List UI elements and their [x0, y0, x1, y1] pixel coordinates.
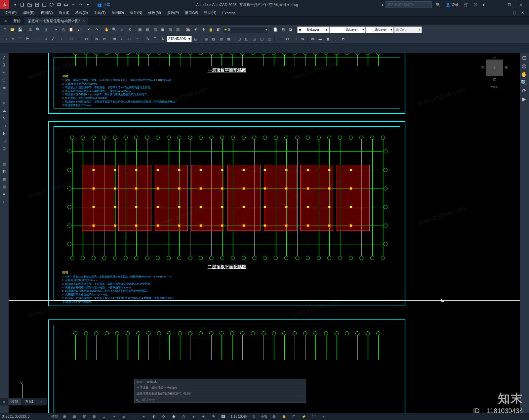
publish-icon[interactable]: ⎙	[42, 26, 49, 33]
dimstyle-mgr-icon[interactable]: ▤	[192, 35, 199, 43]
qat-print-icon[interactable]	[63, 1, 69, 8]
dim-edit-icon[interactable]: ✎	[144, 35, 151, 43]
t14-icon[interactable]: ▭	[309, 35, 316, 43]
cycling-icon[interactable]: ⟳	[160, 414, 167, 420]
layer-prev-icon[interactable]: ◪	[287, 26, 294, 33]
spline-icon[interactable]: ∿	[0, 114, 8, 122]
t8-icon[interactable]: ◲	[258, 35, 265, 43]
lock-ui-icon[interactable]: 🔒	[280, 414, 288, 420]
qat-web-icon[interactable]	[48, 1, 55, 8]
layer-dropdown[interactable]: ☀ 0 ▾	[223, 26, 269, 33]
tool-palettes-icon[interactable]: ▥	[151, 26, 159, 33]
3dosnap-icon[interactable]: ⬢	[170, 414, 177, 420]
t11-icon[interactable]: ⊟	[284, 35, 291, 43]
paste-icon[interactable]: 📋	[67, 26, 75, 33]
layout-model-tab[interactable]: 模型	[8, 399, 21, 405]
center-mark-icon[interactable]: ⊙	[118, 35, 126, 43]
properties-icon[interactable]: ▦	[136, 26, 143, 33]
menu-insert[interactable]: 插入(I)	[56, 10, 72, 16]
match-icon[interactable]: 🖌	[75, 26, 82, 33]
gizmo-icon[interactable]: ✦	[200, 414, 207, 420]
menu-express[interactable]: Express	[220, 10, 238, 16]
dim-jog-icon[interactable]: ⌇	[57, 35, 64, 43]
layer-freeze-icon[interactable]: ❄	[200, 26, 207, 33]
nav-showmotion-icon[interactable]: ▶	[520, 95, 528, 103]
polyline-icon[interactable]: 〰	[0, 69, 8, 76]
sub-close-icon[interactable]: ✕	[519, 11, 526, 15]
qat-new-icon[interactable]	[19, 1, 26, 8]
layer-sun-icon[interactable]: ☀	[192, 26, 199, 33]
revcloud-icon[interactable]: ☁	[0, 107, 8, 114]
qat-redo-icon[interactable]: ↷	[77, 1, 84, 8]
new-icon[interactable]: 🗋	[1, 26, 9, 33]
menu-parametric[interactable]: 参数(P)	[164, 10, 182, 16]
t1-icon[interactable]: ▦	[202, 35, 210, 43]
app-logo[interactable]: A	[0, 0, 9, 9]
jog-linear-icon[interactable]: ⌁	[134, 35, 141, 43]
dim-baseline-icon[interactable]: ⊞	[75, 35, 82, 43]
anno-scale-icon[interactable]: 🅰	[220, 414, 227, 420]
linetype-dropdown[interactable]: ——— ByLayer▾	[329, 26, 366, 33]
make-block-icon[interactable]: ⊡	[0, 145, 8, 152]
command-input[interactable]	[142, 398, 305, 401]
circle-icon[interactable]: ○	[0, 99, 8, 106]
tab-close-icon[interactable]: ✕	[82, 19, 85, 23]
preview-icon[interactable]: 🔍	[34, 26, 42, 33]
transparency-icon[interactable]: ◧	[150, 414, 157, 420]
menu-format[interactable]: 格式(O)	[73, 10, 91, 16]
tab-document-active[interactable]: 某底框一托五层住宅结构设计图* ✕	[24, 17, 88, 25]
inspect-icon[interactable]: ⬭	[126, 35, 133, 43]
sheet-set-icon[interactable]: ▣	[159, 26, 166, 33]
annotation-icon[interactable]: 👁	[210, 414, 217, 420]
decimal-button[interactable]: 小数	[261, 414, 268, 420]
t13-icon[interactable]: ⊠	[299, 35, 306, 43]
minimize-button[interactable]: —	[493, 0, 504, 9]
help-icon[interactable]: ▾	[481, 2, 486, 8]
zoom-level[interactable]: 1:1 / 100%	[229, 415, 248, 418]
qat-saveas-icon[interactable]	[41, 1, 48, 8]
dim-radius-icon[interactable]: ◠	[34, 35, 42, 43]
share-button[interactable]: 👥 共享	[95, 2, 112, 7]
menu-dimension[interactable]: 标注(N)	[127, 10, 145, 16]
xline-icon[interactable]: ╳	[0, 61, 8, 68]
t17-icon[interactable]: ▯	[332, 35, 339, 43]
dim-angular-icon[interactable]: ∠	[50, 35, 57, 43]
t15-icon[interactable]: ▬	[317, 35, 324, 43]
hardware-accel-icon[interactable]: ⚡	[300, 414, 307, 420]
qat-save-icon[interactable]	[34, 1, 40, 8]
region-icon[interactable]: ▦	[0, 175, 8, 183]
isolate-icon[interactable]: ◰	[290, 414, 298, 420]
mtext-icon[interactable]: A	[0, 190, 8, 198]
qat-dropdown-icon[interactable]: ▾	[85, 1, 91, 8]
dim-ordinate-icon[interactable]: ⊢	[24, 35, 31, 43]
cut-icon[interactable]: ✂	[52, 26, 60, 33]
redo-icon[interactable]: ↷	[93, 26, 100, 33]
model-space-button[interactable]: 模型	[51, 414, 58, 420]
dim-tedit-icon[interactable]: ℸ	[151, 35, 159, 43]
clean-screen-icon[interactable]: ⛶	[310, 414, 317, 420]
nav-zoom-icon[interactable]: 🔍	[520, 78, 528, 86]
gear-icon[interactable]: ⚙	[251, 414, 258, 420]
t5-icon[interactable]: ◫	[235, 35, 243, 43]
menu-modify[interactable]: 修改(M)	[145, 10, 164, 16]
menu-tools[interactable]: 工具(T)	[91, 10, 108, 16]
snap-mode-icon[interactable]: ⊡	[71, 414, 78, 420]
zoom-prev-icon[interactable]: ⟲	[126, 26, 133, 33]
t6-icon[interactable]: ◰	[243, 35, 250, 43]
login-button[interactable]: 👤 登录	[444, 2, 460, 8]
t16-icon[interactable]: ▮	[324, 35, 332, 43]
maximize-button[interactable]: ☐	[504, 0, 515, 9]
rectangle-icon[interactable]: ▭	[0, 84, 8, 91]
help-search-input[interactable]: 键入关键字或短语	[386, 1, 432, 8]
grid-snap-icon[interactable]: ⊞	[61, 414, 68, 420]
selection-filter-icon[interactable]: ▼	[190, 414, 197, 420]
viewcube-face[interactable]: 上	[486, 60, 503, 76]
menu-edit[interactable]: 编辑(E)	[20, 10, 37, 16]
save-icon[interactable]: 💾	[17, 26, 24, 33]
menu-file[interactable]: 文件(F)	[2, 10, 19, 16]
sub-restore-icon[interactable]: ▢	[511, 11, 518, 15]
dim-arc-icon[interactable]: ⌒	[17, 35, 24, 43]
hatch-icon[interactable]: ▨	[0, 160, 8, 167]
infer-icon[interactable]: ◫	[81, 414, 88, 420]
copy-icon[interactable]: ⎘	[60, 26, 67, 33]
